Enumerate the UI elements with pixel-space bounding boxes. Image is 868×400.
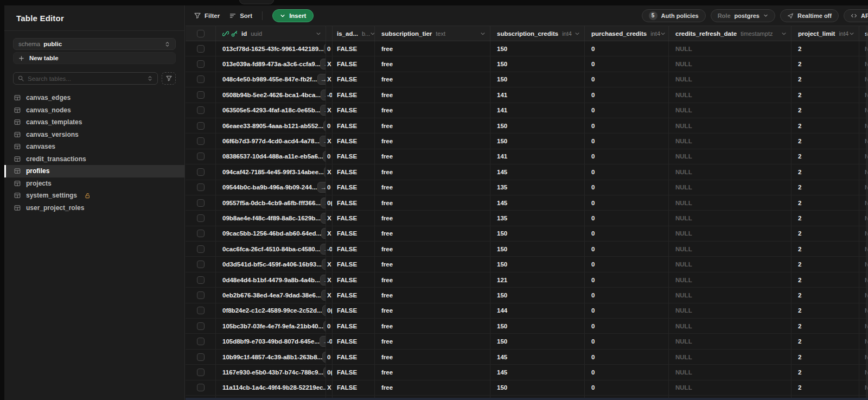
column-header-credits-refresh-date[interactable]: credits_refresh_date timestamptz <box>669 26 792 41</box>
sidebar-table-item[interactable]: profiles <box>4 165 184 177</box>
cell-subscription-tier[interactable]: free <box>375 242 490 256</box>
cell-subscription-tier[interactable]: free <box>375 350 490 364</box>
vertical-scrollbar[interactable] <box>866 26 868 398</box>
select-all-checkbox[interactable] <box>197 30 205 37</box>
cell-clipped[interactable]: -0 <box>326 242 333 256</box>
cell-clipped[interactable]: 0( <box>326 365 333 379</box>
cell-subscription-credits[interactable]: 150 <box>490 257 585 271</box>
cell-clipped[interactable]: 0 <box>326 149 333 164</box>
cell-purchased-credits[interactable]: 0 <box>585 211 669 225</box>
cell-subscription-credits[interactable]: 150 <box>490 380 585 395</box>
cell-id[interactable]: 013cf78d-1625-43fc-9961-442189... → <box>216 41 326 56</box>
cell-project-limit[interactable]: 2 <box>792 288 859 302</box>
cell-credits-refresh-date[interactable]: NULL <box>669 257 792 271</box>
cell-subscription-credits[interactable]: 150 <box>490 134 585 148</box>
cell-subscription-credits[interactable]: 150 <box>490 242 585 256</box>
column-header-purchased-credits[interactable]: purchased_credits int4 <box>585 26 669 41</box>
cell-purchased-credits[interactable]: 0 <box>585 195 669 210</box>
cell-clipped[interactable]: X <box>326 134 333 148</box>
sort-button[interactable]: Sort <box>229 12 252 19</box>
cell-subscription-tier[interactable]: free <box>375 72 490 87</box>
cell-subscription-tier[interactable]: free <box>375 211 490 225</box>
expand-row-button[interactable]: → <box>321 198 326 208</box>
row-checkbox[interactable] <box>197 261 205 268</box>
cell-id[interactable]: 11a114cb-1a4c-49f4-9b28-52219ec... → <box>216 380 326 395</box>
cell-clipped[interactable]: X <box>326 272 333 287</box>
cell-purchased-credits[interactable]: 0 <box>585 134 669 148</box>
cell-clipped[interactable]: 0( <box>326 195 333 210</box>
cell-id[interactable]: 0f8b24e2-c1c2-4589-99ce-2c52d... → <box>216 303 326 318</box>
expand-row-button[interactable]: → <box>320 105 326 116</box>
cell-credits-refresh-date[interactable]: NULL <box>669 164 792 179</box>
cell-subscription-credits[interactable]: 145 <box>490 365 585 379</box>
cell-is-admin[interactable]: FALSE <box>333 56 375 71</box>
cell-project-limit[interactable]: 2 <box>792 272 859 287</box>
cell-purchased-credits[interactable]: 0 <box>585 180 669 195</box>
search-tables-input[interactable]: Search tables... <box>13 72 158 85</box>
cell-is-admin[interactable]: FALSE <box>333 242 375 256</box>
table-filter-button[interactable] <box>162 72 176 85</box>
chevrons-collapse-icon[interactable] <box>147 75 153 81</box>
cell-clipped[interactable]: 0 <box>326 180 333 195</box>
expand-row-button[interactable]: → <box>320 275 326 285</box>
expand-row-button[interactable]: → <box>320 244 326 255</box>
cell-is-admin[interactable]: FALSE <box>333 164 375 179</box>
cell-subscription-tier[interactable]: free <box>375 118 490 133</box>
realtime-toggle-button[interactable]: Realtime off <box>780 9 839 22</box>
row-checkbox[interactable] <box>197 168 205 176</box>
cell-subscription-credits[interactable]: 141 <box>490 87 585 102</box>
cell-id[interactable]: 0cac6fca-26cf-4510-84ba-c4580... → <box>216 242 326 256</box>
chevron-down-icon[interactable] <box>370 31 375 36</box>
column-header-subscription-credits[interactable]: subscription_credits int4 <box>490 26 585 41</box>
expand-row-button[interactable]: → <box>321 90 326 100</box>
cell-is-admin[interactable]: FALSE <box>333 257 375 271</box>
row-checkbox[interactable] <box>197 137 205 145</box>
expand-row-button[interactable]: → <box>322 305 327 316</box>
cell-credits-refresh-date[interactable]: NULL <box>669 134 792 148</box>
cell-id[interactable]: 0eb2b676-38ed-4ea7-9dad-38e6... → <box>216 288 326 302</box>
cell-is-admin[interactable]: FALSE <box>333 272 375 287</box>
cell-clipped[interactable]: X <box>326 56 333 71</box>
cell-subscription-credits[interactable]: 150 <box>490 72 585 87</box>
filter-button[interactable]: Filter <box>194 12 220 19</box>
cell-subscription-credits[interactable]: 150 <box>490 226 585 241</box>
cell-project-limit[interactable]: 2 <box>792 118 859 133</box>
cell-id[interactable]: 09557f5a-0dcb-4cb9-a6fb-fff366... → <box>216 195 326 210</box>
cell-clipped[interactable]: X <box>326 257 333 271</box>
expand-row-button[interactable]: → <box>320 336 326 347</box>
sidebar-table-item[interactable]: canvas_templates <box>4 116 184 129</box>
cell-subscription-credits[interactable]: 150 <box>490 118 585 133</box>
cell-credits-refresh-date[interactable]: NULL <box>669 242 792 256</box>
row-checkbox[interactable] <box>197 322 205 330</box>
cell-clipped[interactable]: X <box>326 288 333 302</box>
cell-is-admin[interactable]: FALSE <box>333 87 375 102</box>
cell-subscription-credits[interactable]: 150 <box>490 288 585 302</box>
cell-subscription-credits[interactable]: 150 <box>490 334 585 348</box>
cell-is-admin[interactable]: FALSE <box>333 118 375 133</box>
cell-credits-refresh-date[interactable]: NULL <box>669 118 792 133</box>
cell-is-admin[interactable]: FALSE <box>333 195 375 210</box>
cell-credits-refresh-date[interactable]: NULL <box>669 41 792 56</box>
expand-row-button[interactable]: → <box>322 259 326 270</box>
cell-id[interactable]: 1167e930-e5b0-43b7-b74c-788c9... → <box>216 365 326 379</box>
cell-id[interactable]: 09b8ae4e-f48c-4f89-8a8c-1629b... → <box>216 211 326 225</box>
chevron-down-icon[interactable] <box>575 31 580 36</box>
row-checkbox[interactable] <box>197 291 205 299</box>
row-checkbox[interactable] <box>197 199 205 207</box>
cell-id[interactable]: 0d48e4d4-b1bf-4479-9a8b-4a4b... → <box>216 272 326 287</box>
cell-subscription-credits[interactable]: 141 <box>490 149 585 164</box>
auth-policies-button[interactable]: 5 Auth policies <box>642 9 706 22</box>
cell-clipped[interactable]: X <box>326 103 333 118</box>
cell-purchased-credits[interactable]: 0 <box>585 164 669 179</box>
cell-id[interactable]: 105bc3b7-03fe-4e7f-9efa-21bb40... → <box>216 319 326 333</box>
cell-id[interactable]: 013e039a-fd89-473a-a3c6-ccfa9... → <box>216 56 326 71</box>
cell-project-limit[interactable]: 2 <box>792 365 859 379</box>
cell-project-limit[interactable]: 2 <box>792 164 859 179</box>
cell-purchased-credits[interactable]: 0 <box>585 288 669 302</box>
column-header-subscription-tier[interactable]: subscription_tier text <box>375 26 490 41</box>
cell-clipped[interactable]: 0 <box>326 118 333 133</box>
row-checkbox[interactable] <box>197 307 205 314</box>
cell-id[interactable]: 09544b0c-ba9b-496a-9b09-244... → <box>216 180 326 195</box>
sidebar-table-item[interactable]: canvas_nodes <box>4 104 184 117</box>
cell-purchased-credits[interactable]: 0 <box>585 365 669 379</box>
